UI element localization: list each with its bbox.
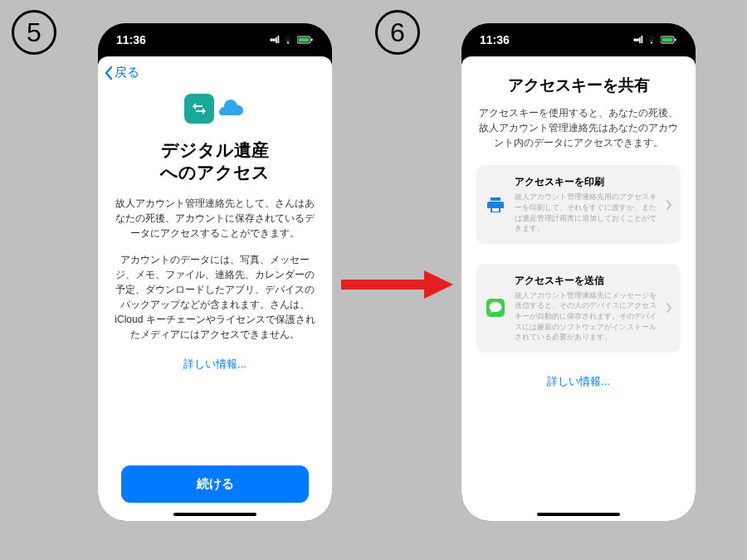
option-send[interactable]: アクセスキーを送信 故人アカウント管理連絡先にメッセージを送信すると、その人のデ… <box>476 264 681 353</box>
status-indicators: ••ıl <box>633 34 677 46</box>
option-desc: 故人アカウント管理連絡先用のアクセスキーを印刷して、それをすぐに渡すか、または遺… <box>515 192 657 233</box>
description-1: 故人アカウント管理連絡先として、さんはあなたの死後、アカウントに保存されているデ… <box>113 196 317 241</box>
transfer-icon <box>184 94 214 124</box>
continue-button[interactable]: 続ける <box>121 465 309 503</box>
option-title: アクセスキーを印刷 <box>515 175 657 189</box>
description: アクセスキーを使用すると、あなたの死後、故人アカウント管理連絡先はあなたのアカウ… <box>476 106 681 150</box>
step-number-5: 5 <box>12 10 56 55</box>
screen-content-1: 戻る デジタル遺産 へのアクセス 故人アカウント管理連絡先として、さんはあなたの… <box>98 56 332 521</box>
back-button[interactable]: 戻る <box>98 56 332 85</box>
description-2: アカウントのデータには、写真、メッセージ、メモ、ファイル、連絡先、カレンダーの予… <box>113 252 317 342</box>
page-title: デジタル遺産 へのアクセス <box>160 139 270 184</box>
option-print[interactable]: アクセスキーを印刷 故人アカウント管理連絡先用のアクセスキーを印刷して、それをす… <box>476 165 681 243</box>
page-title: アクセスキーを共有 <box>508 75 650 96</box>
printer-icon <box>485 194 506 216</box>
chevron-left-icon <box>105 66 113 80</box>
home-indicator <box>537 513 620 516</box>
status-bar: 11:36 ••ıl <box>98 23 332 56</box>
chevron-right-icon <box>666 200 672 210</box>
phone-screenshot-2: 11:36 ••ıl アクセスキーを共有 アクセスキーを使用すると、あなたの死後… <box>461 23 696 521</box>
status-time: 11:36 <box>480 33 510 46</box>
option-desc: 故人アカウント管理連絡先にメッセージを送信すると、その人のデバイスにアクセスキー… <box>515 290 657 343</box>
cloud-icon <box>216 94 246 124</box>
signal-icon: ••ıl <box>270 34 279 46</box>
phone-screenshot-1: 11:36 ••ıl 戻る デジタル遺産 へのアクセス <box>98 23 332 521</box>
svg-rect-1 <box>299 38 310 42</box>
screen-content-2: アクセスキーを共有 アクセスキーを使用すると、あなたの死後、故人アカウント管理連… <box>461 56 696 521</box>
status-bar: 11:36 ••ıl <box>461 23 696 56</box>
option-title: アクセスキーを送信 <box>515 274 657 288</box>
battery-icon <box>297 36 314 44</box>
chevron-right-icon <box>666 303 672 313</box>
back-label: 戻る <box>115 65 139 80</box>
home-indicator <box>173 513 256 516</box>
svg-rect-5 <box>662 38 673 42</box>
more-info-link[interactable]: 詳しい情報... <box>183 357 247 372</box>
arrow-icon <box>341 270 453 299</box>
svg-rect-6 <box>675 39 676 41</box>
more-info-link[interactable]: 詳しい情報... <box>547 374 610 389</box>
battery-icon <box>661 36 677 44</box>
svg-rect-2 <box>311 39 313 41</box>
svg-rect-3 <box>341 280 431 290</box>
status-indicators: ••ıl <box>270 34 314 46</box>
status-time: 11:36 <box>116 33 146 46</box>
header-icons <box>184 94 246 124</box>
step-number-6: 6 <box>375 10 420 55</box>
messages-icon <box>485 297 506 319</box>
wifi-icon <box>646 36 657 44</box>
signal-icon: ••ıl <box>633 34 642 46</box>
wifi-icon <box>282 36 294 44</box>
